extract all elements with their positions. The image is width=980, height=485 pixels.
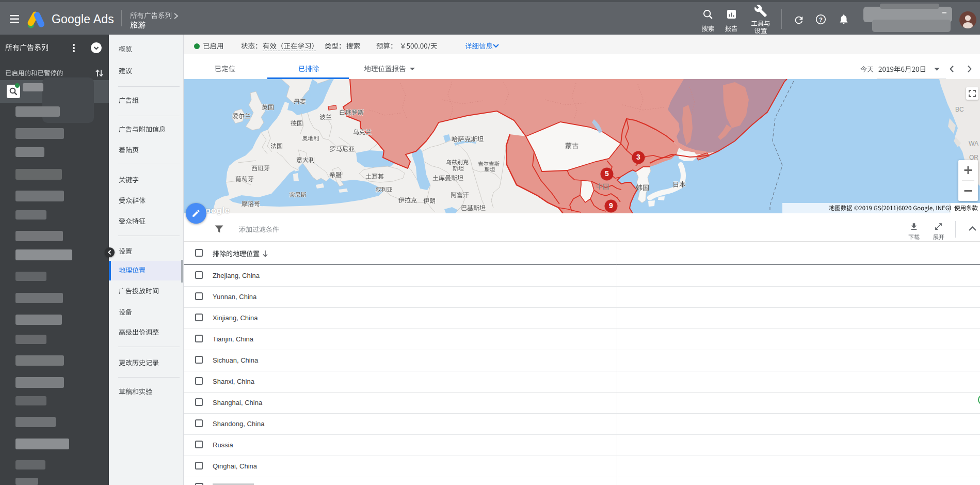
svg-text:?: ? [819, 17, 823, 23]
